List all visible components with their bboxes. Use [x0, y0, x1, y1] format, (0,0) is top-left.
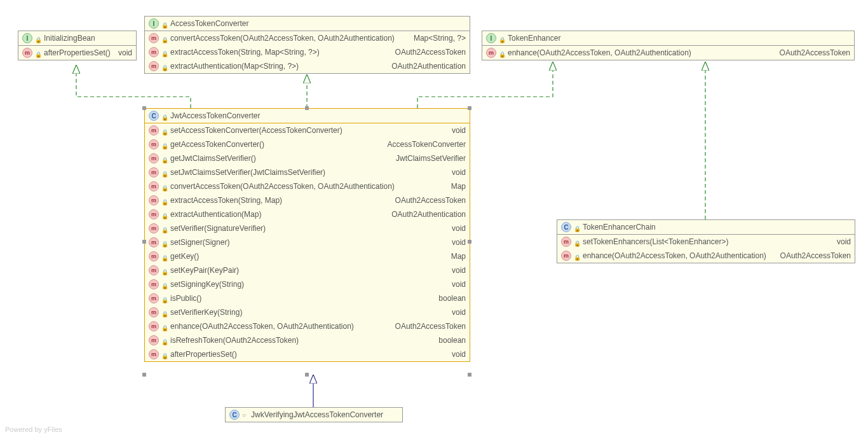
method-row: mextractAuthentication(Map<String, ?>)OA…	[145, 59, 470, 73]
lock-icon	[161, 63, 168, 69]
method-icon: m	[149, 167, 159, 177]
method-row: msetVerifier(SignatureVerifier)void	[145, 221, 470, 235]
interface-icon: I	[486, 33, 496, 43]
lock-icon	[161, 113, 168, 119]
lock-icon	[161, 225, 168, 232]
package-icon: ○	[242, 412, 248, 419]
class-box-token-enhancer[interactable]: ITokenEnhancer menhance(OAuth2AccessToke…	[482, 31, 855, 60]
lock-icon	[161, 295, 168, 302]
method-icon: m	[149, 125, 159, 135]
method-icon: m	[149, 33, 159, 43]
lock-icon	[161, 169, 168, 176]
selection-handle[interactable]	[142, 106, 146, 110]
method-row: mextractAccessToken(String, Map<String, …	[145, 45, 470, 59]
class-box-access-token-converter[interactable]: IAccessTokenConverter mconvertAccessToke…	[144, 16, 470, 74]
class-title: TokenEnhancer	[508, 34, 560, 43]
lock-icon	[35, 50, 41, 56]
footer-text: Powered by yFiles	[5, 426, 62, 433]
method-row: mgetAccessTokenConverter()AccessTokenCon…	[145, 137, 470, 151]
class-title: InitializingBean	[44, 34, 95, 43]
method-icon: m	[149, 279, 159, 289]
method-row: menhance(OAuth2AccessToken, OAuth2Authen…	[145, 319, 470, 333]
lock-icon	[161, 239, 168, 246]
method-icon: m	[561, 237, 571, 247]
selection-handle[interactable]	[305, 106, 309, 110]
selection-handle[interactable]	[305, 373, 309, 377]
method-icon: m	[149, 153, 159, 163]
method-icon: m	[149, 139, 159, 149]
lock-icon	[574, 239, 580, 245]
class-title: JwkVerifyingJwtAccessTokenConverter	[251, 410, 383, 419]
lock-icon	[161, 141, 168, 148]
lock-icon	[161, 49, 168, 55]
method-row: misRefreshToken(OAuth2AccessToken)boolea…	[145, 333, 470, 347]
method-row: msetJwtClaimsSetVerifier(JwtClaimsSetVer…	[145, 165, 470, 179]
method-row: mconvertAccessToken(OAuth2AccessToken, O…	[145, 179, 470, 193]
lock-icon	[161, 127, 168, 134]
lock-icon	[161, 183, 168, 190]
selection-handle[interactable]	[142, 240, 146, 244]
lock-icon	[161, 351, 168, 357]
method-row: mextractAuthentication(Map)OAuth2Authent…	[145, 207, 470, 221]
method-row: menhance(OAuth2AccessToken, OAuth2Authen…	[482, 46, 854, 60]
method-icon: m	[149, 237, 159, 247]
method-icon: m	[149, 47, 159, 57]
lock-icon	[35, 35, 41, 41]
method-row: misPublic()boolean	[145, 291, 470, 305]
selection-handle[interactable]	[142, 373, 146, 377]
class-box-jwt-access-token-converter[interactable]: CJwtAccessTokenConverter msetAccessToken…	[144, 108, 470, 362]
method-icon: m	[149, 223, 159, 233]
method-row: mafterPropertiesSet()void	[18, 46, 136, 60]
method-row: msetTokenEnhancers(List<TokenEnhancer>)v…	[557, 235, 855, 249]
lock-icon	[161, 211, 168, 218]
method-icon: m	[149, 209, 159, 219]
method-row: menhance(OAuth2AccessToken, OAuth2Authen…	[557, 249, 855, 263]
method-row: msetKeyPair(KeyPair)void	[145, 263, 470, 277]
lock-icon	[161, 35, 168, 41]
class-box-initializing-bean[interactable]: IInitializingBean mafterPropertiesSet()v…	[18, 31, 137, 60]
method-icon: m	[149, 195, 159, 205]
method-icon: m	[149, 181, 159, 191]
class-title: TokenEnhancerChain	[583, 223, 656, 232]
method-row: mextractAccessToken(String, Map)OAuth2Ac…	[145, 193, 470, 207]
method-row: msetSigner(Signer)void	[145, 235, 470, 249]
class-icon: C	[561, 222, 571, 232]
interface-icon: I	[149, 18, 159, 29]
lock-icon	[161, 323, 168, 329]
method-row: msetAccessTokenConverter(AccessTokenConv…	[145, 123, 470, 137]
method-row: mgetJwtClaimsSetVerifier()JwtClaimsSetVe…	[145, 151, 470, 165]
method-icon: m	[149, 321, 159, 331]
lock-icon	[574, 253, 580, 259]
interface-icon: I	[22, 33, 32, 43]
lock-icon	[161, 20, 168, 27]
class-icon: C	[229, 410, 240, 420]
method-icon: m	[149, 251, 159, 261]
class-box-token-enhancer-chain[interactable]: CTokenEnhancerChain msetTokenEnhancers(L…	[557, 219, 855, 263]
lock-icon	[161, 267, 168, 274]
method-row: mgetKey()Map	[145, 249, 470, 263]
lock-icon	[161, 281, 168, 288]
selection-handle[interactable]	[468, 373, 471, 377]
method-icon: m	[149, 307, 159, 317]
class-icon: C	[149, 111, 159, 121]
lock-icon	[161, 155, 168, 162]
method-icon: m	[149, 265, 159, 275]
selection-handle[interactable]	[468, 240, 471, 244]
class-box-jwk-verifying[interactable]: C○JwkVerifyingJwtAccessTokenConverter	[225, 407, 403, 422]
lock-icon	[161, 253, 168, 260]
method-icon: m	[561, 251, 571, 261]
selection-handle[interactable]	[468, 106, 471, 110]
method-icon: m	[149, 335, 159, 345]
method-row: mafterPropertiesSet()void	[145, 347, 470, 361]
lock-icon	[161, 309, 168, 316]
lock-icon	[161, 197, 168, 204]
method-icon: m	[149, 349, 159, 359]
lock-icon	[499, 50, 505, 56]
method-row: msetVerifierKey(String)void	[145, 305, 470, 319]
method-row: mconvertAccessToken(OAuth2AccessToken, O…	[145, 31, 470, 45]
class-title: JwtAccessTokenConverter	[170, 111, 260, 120]
method-icon: m	[149, 61, 159, 71]
lock-icon	[574, 224, 580, 230]
method-icon: m	[22, 48, 32, 58]
method-icon: m	[149, 293, 159, 303]
